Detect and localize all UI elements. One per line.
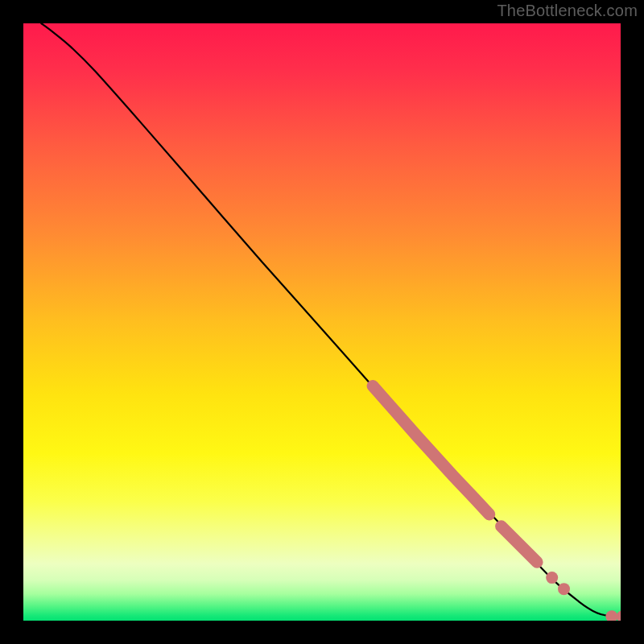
attribution-text: TheBottleneck.com	[497, 2, 638, 20]
chart-stage: TheBottleneck.com	[0, 0, 644, 644]
chart-background	[23, 23, 621, 621]
bottleneck-chart	[23, 23, 621, 621]
highlight-dot-1	[546, 572, 558, 584]
highlight-dot-2	[558, 583, 570, 595]
